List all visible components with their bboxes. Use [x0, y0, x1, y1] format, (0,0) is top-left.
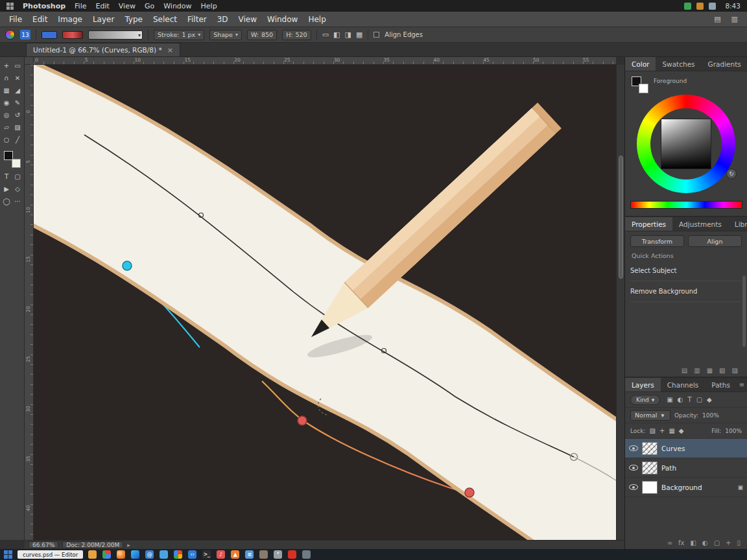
canvas-vertical-scrollbar[interactable]	[616, 65, 624, 540]
tool-button[interactable]: ▶	[1, 183, 12, 195]
panel-footer-icon[interactable]: ▧	[719, 367, 725, 374]
tool-button[interactable]: ↺	[12, 109, 23, 121]
layer-thumbnail[interactable]	[642, 461, 658, 474]
tab-gradients[interactable]: Gradients	[702, 57, 747, 71]
app-menu-item[interactable]: 3D	[217, 15, 228, 24]
layer-thumbnail[interactable]	[642, 442, 658, 455]
path-operation-icon[interactable]: ▭	[322, 30, 329, 39]
visibility-eye-icon[interactable]	[629, 445, 638, 451]
background-swatch[interactable]	[639, 84, 648, 93]
foreground-background-swatches[interactable]	[4, 151, 21, 168]
tab-color[interactable]: Color	[625, 57, 656, 71]
taskbar-app-icon[interactable]	[259, 550, 268, 559]
color-wheel[interactable]	[637, 95, 735, 193]
app-menu-item[interactable]: Edit	[32, 15, 47, 24]
tool-button[interactable]: ✎	[12, 97, 23, 109]
stroke-width-field[interactable]: Stroke: 1 px ▾	[154, 30, 204, 40]
taskbar-app-icon[interactable]: ≣	[245, 550, 254, 559]
background-color-swatch[interactable]	[12, 159, 21, 168]
tool-button[interactable]: ◉	[1, 97, 12, 109]
fill-color-swatch[interactable]	[42, 31, 57, 39]
layers-footer-icon[interactable]: ▯	[737, 539, 741, 546]
resync-color-button[interactable]: ↻	[726, 169, 737, 179]
status-tray-icon[interactable]	[696, 3, 704, 10]
lock-option-icon[interactable]: ◆	[679, 427, 684, 434]
taskbar-app-icon[interactable]	[117, 550, 125, 559]
start-button[interactable]	[4, 550, 12, 559]
align-button[interactable]: Align	[688, 235, 742, 247]
ruler-origin-corner[interactable]	[25, 57, 34, 65]
taskbar-app-icon[interactable]: ‹›	[188, 550, 196, 559]
foreground-color-swatch[interactable]	[4, 151, 13, 160]
tool-button[interactable]: ▭	[12, 60, 23, 72]
system-menu-item[interactable]: Go	[145, 2, 154, 10]
tab-libraries[interactable]: Libraries	[728, 217, 747, 231]
app-menu-item[interactable]: File	[9, 15, 22, 24]
tab-adjustments[interactable]: Adjustments	[672, 217, 728, 231]
app-menu-item[interactable]: View	[239, 15, 257, 24]
layer-filter-icon[interactable]: ◆	[707, 396, 712, 403]
taskbar-app-icon[interactable]	[302, 550, 311, 559]
tool-button[interactable]: ▢	[12, 170, 23, 183]
layers-footer-icon[interactable]: fx	[678, 539, 684, 546]
tool-button[interactable]: ◯	[1, 195, 12, 207]
taskbar-app-icon[interactable]	[102, 550, 111, 559]
app-menu-item[interactable]: Help	[308, 15, 326, 24]
tab-paths[interactable]: Paths	[705, 378, 737, 391]
document-tab[interactable]: Untitled-1 @ 66.7% (Curves, RGB/8) * ×	[26, 43, 180, 56]
document-info[interactable]: Doc: 2.00M/2.00M	[62, 541, 123, 548]
lock-option-icon[interactable]: ▦	[669, 427, 674, 434]
panel-footer-icon[interactable]: ▤	[682, 367, 687, 374]
tool-preset-icon[interactable]	[5, 30, 15, 40]
taskbar-app-icon[interactable]: @	[145, 550, 154, 559]
layer-thumbnail[interactable]	[642, 481, 658, 494]
panel-footer-icon[interactable]: ▨	[732, 367, 738, 374]
bridge-badge[interactable]: 13	[20, 30, 30, 40]
layer-filter-icon[interactable]: ▣	[667, 396, 672, 403]
layer-row-background[interactable]: Background ▣	[625, 478, 747, 497]
app-menu-item[interactable]: Window	[267, 15, 298, 24]
tab-properties[interactable]: Properties	[625, 217, 672, 231]
layer-filter-dropdown[interactable]: Kind ▾	[630, 395, 660, 405]
path-operation-icon[interactable]: ◧	[333, 30, 340, 39]
select-subject-action[interactable]: Select Subject	[630, 261, 742, 281]
tool-button[interactable]: ▦	[1, 84, 12, 97]
width-field[interactable]: W: 850	[247, 30, 277, 40]
tool-button[interactable]: ◢	[12, 84, 23, 97]
status-tray-icon[interactable]	[684, 3, 691, 10]
vertical-ruler[interactable]: 0510152025303540	[25, 65, 34, 540]
taskbar-app-icon[interactable]	[174, 550, 182, 559]
taskbar-app-icon[interactable]: ▲	[231, 550, 239, 559]
tab-layers[interactable]: Layers	[625, 378, 661, 391]
tool-button[interactable]: ▱	[1, 121, 12, 134]
horizontal-ruler[interactable]: 0510152025303540455055	[34, 57, 616, 65]
remove-background-action[interactable]: Remove Background	[630, 281, 742, 302]
layer-row-curves[interactable]: Curves	[625, 439, 747, 458]
fill-value[interactable]: 100%	[725, 428, 742, 434]
taskbar-app-icon[interactable]	[88, 550, 97, 559]
taskbar-app-icon[interactable]	[160, 550, 168, 559]
workspace-toggle-right-icon[interactable]: ▥	[731, 15, 738, 23]
tool-button[interactable]: ◎	[1, 109, 12, 121]
blend-mode-dropdown[interactable]: Normal ▾	[630, 410, 670, 421]
app-menu-item[interactable]: Layer	[93, 15, 114, 24]
system-menu-item[interactable]: File	[75, 2, 86, 10]
tool-button[interactable]: T	[1, 170, 12, 183]
tool-button[interactable]: +	[1, 60, 12, 72]
system-menu-item[interactable]: Help	[201, 2, 217, 10]
path-operation-icon[interactable]: ▦	[356, 30, 362, 39]
tool-button[interactable]: ○	[1, 134, 12, 146]
document-canvas[interactable]	[34, 65, 616, 540]
visibility-eye-icon[interactable]	[629, 465, 638, 471]
tab-channels[interactable]: Channels	[661, 378, 706, 391]
app-menu-item[interactable]: Filter	[187, 15, 207, 24]
taskbar-app-icon[interactable]	[131, 550, 139, 559]
layers-footer-icon[interactable]: ∞	[667, 539, 672, 546]
tool-mode-dropdown[interactable]: Shape ▾	[209, 30, 242, 40]
system-logo-icon[interactable]	[6, 3, 14, 10]
tab-swatches[interactable]: Swatches	[656, 57, 701, 71]
workspace-toggle-left-icon[interactable]: ▤	[714, 15, 720, 23]
system-menu-item[interactable]: Edit	[96, 2, 110, 10]
layers-footer-icon[interactable]: ◐	[702, 539, 708, 546]
status-tray-icon[interactable]	[709, 3, 716, 10]
